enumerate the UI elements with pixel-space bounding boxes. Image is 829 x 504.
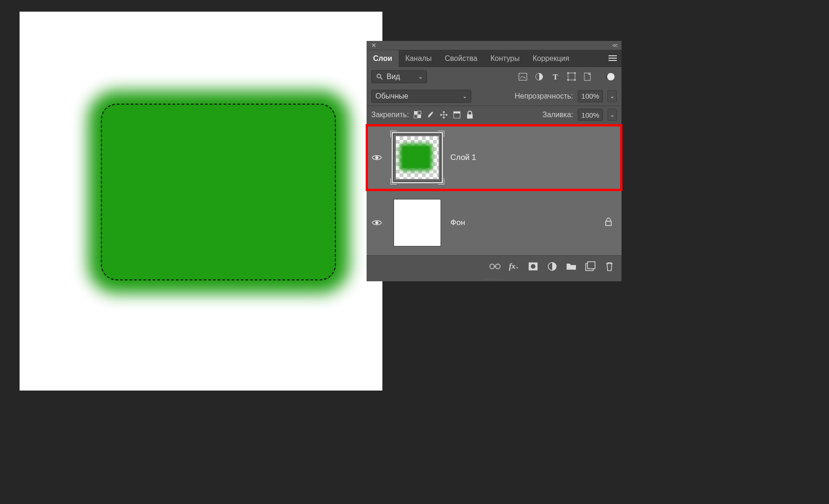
opacity-label: Непрозрачность: [515, 92, 573, 100]
blend-row: Обычные ⌄ Непрозрачность: 100% ⌄ [367, 86, 622, 106]
visibility-toggle[interactable] [369, 219, 384, 226]
svg-rect-10 [418, 111, 421, 114]
search-icon [375, 73, 384, 81]
svg-point-5 [574, 72, 575, 73]
lock-brush-icon[interactable] [427, 111, 435, 119]
layer-lock-icon[interactable] [605, 218, 612, 228]
svg-point-22 [531, 264, 535, 269]
opacity-flyout[interactable]: ⌄ [608, 90, 617, 102]
svg-rect-18 [606, 221, 611, 225]
svg-rect-15 [467, 114, 473, 119]
new-adjustment-icon[interactable] [547, 261, 558, 272]
add-mask-icon[interactable] [528, 261, 539, 272]
lock-pixels-icon[interactable] [414, 111, 422, 119]
filter-toggle[interactable] [606, 74, 614, 80]
svg-point-4 [567, 72, 568, 73]
svg-rect-9 [414, 111, 417, 114]
shape-filter-icon[interactable] [568, 73, 576, 81]
delete-layer-icon[interactable] [604, 261, 615, 272]
layer-filter-select[interactable]: Вид ⌄ [371, 70, 427, 83]
tab-paths[interactable]: Контуры [484, 50, 526, 67]
svg-point-17 [375, 221, 379, 225]
layers-panel: ✕ << Слои Каналы Свойства Контуры Коррек… [367, 41, 622, 281]
fill-value[interactable]: 100% [578, 109, 603, 121]
link-layers-icon[interactable] [489, 261, 501, 272]
green-shape[interactable] [101, 104, 336, 280]
layers-footer: fx⌄ [367, 255, 622, 277]
svg-point-6 [567, 79, 568, 80]
lock-artboard-icon[interactable] [453, 111, 461, 119]
svg-rect-12 [418, 115, 421, 118]
svg-point-16 [375, 156, 379, 159]
filter-icons: T [519, 73, 617, 81]
opacity-value[interactable]: 100% [578, 90, 603, 102]
svg-rect-1 [519, 73, 527, 80]
layer-thumbnail[interactable] [394, 134, 441, 181]
layer-thumbnail[interactable] [394, 199, 441, 246]
panel-titlebar: ✕ << [367, 41, 622, 50]
tab-properties[interactable]: Свойства [438, 50, 484, 67]
lock-all-icon[interactable] [466, 111, 474, 119]
blend-mode-select[interactable]: Обычные ⌄ [371, 90, 471, 103]
layer-row-layer1[interactable]: Слой 1 [367, 125, 622, 190]
svg-point-0 [377, 74, 381, 78]
lock-move-icon[interactable] [440, 111, 448, 119]
fill-flyout[interactable]: ⌄ [608, 109, 617, 121]
svg-rect-25 [588, 262, 595, 269]
fill-label: Заливка: [542, 111, 573, 119]
blend-mode-label: Обычные [375, 92, 408, 100]
layer-row-background[interactable]: Фон [367, 190, 622, 255]
new-group-icon[interactable] [566, 261, 577, 272]
svg-rect-11 [414, 115, 417, 118]
document-canvas[interactable] [20, 12, 382, 391]
selection-marquee [101, 104, 336, 280]
layer-fx-icon[interactable]: fx⌄ [508, 261, 520, 272]
chevron-down-icon: ⌄ [462, 93, 467, 99]
svg-rect-3 [568, 73, 575, 80]
tab-adjustments[interactable]: Коррекция [526, 50, 576, 67]
svg-rect-14 [454, 112, 460, 113]
visibility-toggle[interactable] [369, 154, 384, 161]
image-filter-icon[interactable] [519, 73, 527, 81]
layers-list: Слой 1 Фон [367, 125, 622, 255]
filter-label: Вид [387, 73, 400, 81]
type-filter-icon[interactable]: T [551, 73, 560, 81]
tab-channels[interactable]: Каналы [399, 50, 438, 67]
panel-tabs: Слои Каналы Свойства Контуры Коррекция [367, 50, 622, 67]
panel-menu-icon[interactable] [604, 54, 622, 63]
smart-object-icon[interactable] [584, 73, 592, 81]
new-layer-icon[interactable] [585, 261, 596, 272]
tab-layers[interactable]: Слои [367, 50, 399, 67]
filter-row: Вид ⌄ T [367, 67, 622, 86]
layer-name[interactable]: Фон [450, 218, 595, 227]
close-icon[interactable]: ✕ [369, 41, 378, 49]
svg-point-7 [574, 79, 575, 80]
panel-grip[interactable] [367, 277, 622, 281]
collapse-icon[interactable]: << [610, 42, 619, 49]
adjustment-circle-icon[interactable] [535, 73, 543, 81]
chevron-down-icon: ⌄ [418, 73, 423, 80]
layer-name[interactable]: Слой 1 [450, 153, 612, 162]
lock-label: Закрепить: [371, 111, 409, 119]
lock-row: Закрепить: Заливка: 100% ⌄ [367, 106, 622, 125]
